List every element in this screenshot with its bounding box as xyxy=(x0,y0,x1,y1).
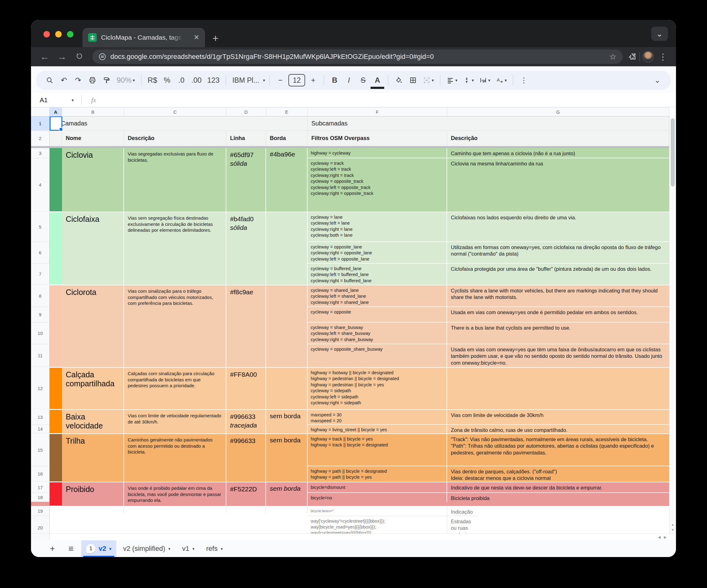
layer-color-cell[interactable] xyxy=(49,285,62,367)
layer-name-cell[interactable]: Ciclofaixa xyxy=(62,212,124,285)
osm-filter-cell[interactable]: cycleway = opposite xyxy=(308,307,447,322)
sublayer-desc-cell[interactable]: Indicativo de que nesta via deve-se desc… xyxy=(447,482,669,492)
layer-name-cell[interactable]: Calçada compartilhada xyxy=(62,368,124,409)
header-borda[interactable]: Borda xyxy=(266,131,308,146)
row-header-12[interactable]: 12 xyxy=(31,368,49,409)
osm-filter-cell[interactable]: bicycle=no xyxy=(308,493,447,502)
line-style-cell[interactable]: #FF8A00 xyxy=(226,368,266,409)
border-style-cell[interactable] xyxy=(266,212,308,285)
italic-button[interactable]: I xyxy=(343,73,355,87)
osm-filter-cell[interactable]: way['cycleway'=cyclestreet]({{bbox}}); w… xyxy=(308,516,447,534)
osm-filter-cell[interactable]: maxspeed = 30 maxspeed = 20 xyxy=(308,410,447,424)
row-header-11[interactable]: 11 xyxy=(31,344,49,367)
osm-filter-cell[interactable]: highway = footway || bicycle = designate… xyxy=(308,368,447,409)
text-wrap-button[interactable]: ▾ xyxy=(477,73,492,87)
layer-name-cell[interactable]: Ciclorota xyxy=(62,285,124,367)
layer-desc-cell[interactable]: Caminhos geralmente não pavimentados com… xyxy=(124,434,226,482)
maximize-window-button[interactable] xyxy=(67,31,73,37)
osm-filter-cell[interactable]: highway = path || bicycle = designated h… xyxy=(308,466,447,482)
border-style-cell[interactable] xyxy=(266,507,308,513)
sublayer-desc-cell[interactable]: Vias com limite de velocidade de 30km/h xyxy=(447,410,669,424)
row-header-19[interactable]: 19 xyxy=(31,507,49,516)
undo-button[interactable]: ↶ xyxy=(58,73,70,87)
all-sheets-button[interactable]: ≡ xyxy=(63,544,79,554)
row-header-13[interactable]: 13 xyxy=(31,410,49,425)
borders-button[interactable] xyxy=(407,73,419,87)
format-currency-button[interactable]: R$ xyxy=(146,73,159,87)
column-header-f[interactable]: F xyxy=(308,108,447,116)
add-sheet-button[interactable]: + xyxy=(44,544,61,554)
sheet-tab-v2-simplified[interactable]: v2 (simplified) ▾ xyxy=(118,540,175,557)
layer-desc-cell[interactable]: Vias com sinalização para o tráfego comp… xyxy=(124,285,226,367)
row-header-5[interactable]: 5 xyxy=(31,212,49,242)
close-window-button[interactable] xyxy=(43,31,50,37)
scroll-right-icon[interactable]: ▶ xyxy=(664,535,667,539)
sublayer-desc-cell[interactable]: Usada em vias com oneway=yes onde é perm… xyxy=(447,307,669,322)
line-style-cell[interactable]: #F5222D xyxy=(226,482,266,506)
scroll-left-icon[interactable]: ◀ xyxy=(658,535,661,539)
line-style-cell[interactable]: #b4fad0sólida xyxy=(226,212,266,285)
dropdown-icon[interactable]: ▾ xyxy=(263,78,265,83)
layer-color-cell[interactable] xyxy=(49,212,62,285)
collapse-toolbar-button[interactable]: ⌄ xyxy=(651,73,664,87)
sheet-tab-menu-icon[interactable]: ▾ xyxy=(193,547,195,551)
column-header-b[interactable]: B xyxy=(62,108,124,116)
browser-tab[interactable]: CicloMapa - Camadas, tags & ✕ xyxy=(82,28,205,47)
row-header-1[interactable]: 1 xyxy=(31,116,49,131)
vertical-align-button[interactable]: ▾ xyxy=(461,73,476,87)
row-header-14[interactable]: 14 xyxy=(31,425,49,433)
layer-color-cell[interactable] xyxy=(49,507,62,513)
header-descricao-2[interactable]: Descrição xyxy=(447,131,669,146)
osm-filter-cell[interactable]: highway = track || bicycle = yes highway… xyxy=(308,434,447,466)
sublayer-desc-cell[interactable]: "Track": Vias não pavimentadas, normalme… xyxy=(447,434,669,466)
font-family-select[interactable]: IBM Pl... xyxy=(230,73,261,87)
vertical-scrollbar[interactable]: ▲▼ xyxy=(669,116,676,534)
scroll-up-icon[interactable]: ▲ xyxy=(671,523,674,526)
cell-a2[interactable] xyxy=(49,131,62,146)
layer-desc-cell[interactable]: Vias com limite de velocidade regulament… xyxy=(124,410,226,433)
sublayer-desc-cell[interactable]: Indicação de uma faixa de uma vida dedic… xyxy=(447,507,478,516)
border-style-cell[interactable]: sem borda xyxy=(266,434,308,482)
row-header-7[interactable]: 7 xyxy=(31,264,49,285)
layer-name-cell[interactable]: Proibido xyxy=(62,482,124,506)
zoom-select[interactable]: 90% ▾ xyxy=(115,73,137,87)
line-style-cell[interactable]: #996633 xyxy=(226,434,266,482)
osm-filter-cell[interactable]: cycleway = shared_lane cycleway:left = s… xyxy=(308,285,447,306)
border-style-cell[interactable] xyxy=(266,368,308,409)
row-header-9[interactable]: 9 xyxy=(31,307,49,323)
sublayer-desc-cell[interactable]: Zona de trânsito calmo, ruas de uso comp… xyxy=(447,425,669,433)
row-header-17[interactable]: 17 xyxy=(31,482,49,493)
osm-filter-cell[interactable]: bicycle=dismount xyxy=(308,482,447,492)
reload-button[interactable] xyxy=(72,52,87,62)
url-text[interactable]: docs.google.com/spreadsheets/d/1grTpS1Nr… xyxy=(110,53,605,61)
column-header-a[interactable]: A xyxy=(49,108,62,116)
row-header-8[interactable]: 8 xyxy=(31,285,49,307)
bold-button[interactable]: B xyxy=(328,73,341,87)
name-box[interactable]: A1 ▾ xyxy=(37,96,77,104)
extensions-puzzle-icon[interactable] xyxy=(628,52,637,61)
row-header-4[interactable]: 4 xyxy=(31,158,49,212)
line-style-cell[interactable]: #996633tracejada xyxy=(226,410,266,433)
sublayer-desc-cell[interactable]: Ciclovia na mesma linha/caminho da rua xyxy=(447,158,669,212)
decrease-font-size-button[interactable]: − xyxy=(274,73,287,87)
site-settings-icon[interactable] xyxy=(99,53,106,61)
row-header-18[interactable]: 18 xyxy=(31,493,49,502)
header-descricao[interactable]: Descrição xyxy=(124,131,226,146)
row-header-16[interactable]: 16 xyxy=(31,466,49,482)
address-bar[interactable]: docs.google.com/spreadsheets/d/1grTpS1Nr… xyxy=(92,49,622,64)
osm-filter-cell[interactable]: cycleway = opposite_share_busway xyxy=(308,344,447,367)
cell-a1-selected[interactable] xyxy=(49,116,62,131)
more-formats-button[interactable]: 123 xyxy=(205,73,222,87)
layer-color-cell[interactable] xyxy=(49,434,62,482)
layer-desc-cell[interactable] xyxy=(124,507,226,513)
increase-decimal-button[interactable]: .00 xyxy=(190,73,203,87)
sublayer-desc-cell[interactable] xyxy=(447,368,669,409)
border-style-cell[interactable]: sem borda xyxy=(266,482,308,506)
profile-avatar[interactable] xyxy=(642,51,654,62)
layer-color-cell[interactable] xyxy=(49,482,62,506)
toolbar-more-button[interactable]: ⋮ xyxy=(517,73,530,87)
row-header-2[interactable]: 2 xyxy=(31,131,49,146)
osm-filter-cell[interactable]: bicycle:lanes=* xyxy=(308,507,447,516)
format-percent-button[interactable]: % xyxy=(161,73,173,87)
new-tab-button[interactable]: + xyxy=(212,33,218,43)
